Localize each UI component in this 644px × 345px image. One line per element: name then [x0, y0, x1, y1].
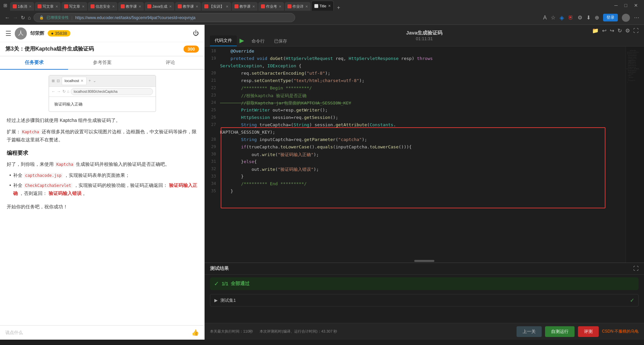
tab-close-icon[interactable]: ✕	[252, 5, 255, 8]
star-icon[interactable]: ☆	[551, 14, 555, 21]
test-results-expand[interactable]: ⛶	[633, 266, 639, 272]
status-info: 本关最大执行时间：110秒 本次评测耗时(编译、运行合计时间)：43.307 秒	[210, 329, 337, 334]
lesson-title: 第3关：使用Kaptcha组件生成验证码	[5, 46, 179, 53]
forward-button[interactable]: →	[13, 15, 18, 21]
tab-3[interactable]: 写文章 ✕	[61, 2, 87, 11]
new-tab-button[interactable]: +	[334, 5, 343, 11]
more-icon[interactable]: ⋯	[634, 14, 639, 21]
security-icon: 🔒	[39, 15, 44, 20]
tab-12-active[interactable]: Title ✕	[311, 1, 333, 11]
tab-5[interactable]: 教学课 ✕	[118, 2, 144, 11]
back-button[interactable]: ←	[5, 15, 10, 21]
translate-icon[interactable]: A	[543, 15, 547, 21]
line-number-29: 29	[205, 144, 220, 151]
pass-label: 全部通过	[231, 281, 250, 287]
url-field[interactable]: 🔒 已增强安全性 | https://www.educoder.net/task…	[34, 13, 295, 22]
tab-label: Java生成	[152, 4, 167, 9]
preview-refresh[interactable]: ↻	[62, 88, 66, 95]
code-line-27b: KAPTCHA_SESSION_KEY);	[205, 129, 626, 136]
prev-button[interactable]: 上一关	[517, 326, 542, 337]
tab-4[interactable]: 信息安全 ✕	[88, 2, 117, 11]
settings-icon[interactable]: ⚙	[578, 14, 582, 21]
tab-label: 写文章	[69, 4, 80, 9]
csdn-link[interactable]: CSDN·不服桃的乌龟	[602, 329, 639, 334]
preview-back[interactable]: ←	[52, 88, 56, 95]
menu-icon[interactable]: ☰	[5, 29, 11, 38]
tab-close-icon[interactable]: ✕	[29, 5, 32, 8]
code-line-32: 32 out.write("验证码输入错误");	[205, 166, 626, 173]
avatar-icon[interactable]	[622, 14, 630, 22]
editor-tab-play[interactable]: ▶	[237, 35, 247, 46]
fullscreen-icon[interactable]: ⛶	[633, 28, 639, 34]
maximize-icon[interactable]: □	[622, 2, 630, 9]
minimize-icon[interactable]: ─	[612, 2, 621, 9]
programming-intro: 好了，到你啦，来使用 Kaptcha 生成验证码并校验输入的验证码是否正确吧。	[7, 160, 198, 168]
preview-url-field[interactable]: localhost:8080/checkCaptcha	[71, 88, 153, 95]
file-icon[interactable]: 📁	[592, 27, 599, 34]
tab-6[interactable]: Java生成 ✕	[145, 2, 174, 11]
line-content-22: /********* Begin *********/	[220, 85, 626, 92]
left-content: ⊞ ⊡ localhost ✕ + ⌄ ← → ↻ ⌂ localhost:80…	[0, 70, 204, 325]
tab-close-icon[interactable]: ✕	[82, 5, 85, 8]
tab-close-icon[interactable]: ✕	[55, 5, 58, 8]
like-icon[interactable]: 👍	[192, 329, 199, 336]
tab-9[interactable]: 教学课 ✕	[232, 2, 258, 11]
tab-label: 信息安全	[96, 4, 110, 9]
tab-reference-answer[interactable]: 参考答案	[68, 56, 136, 69]
tab-close-icon[interactable]: ✕	[328, 4, 331, 8]
preview-tab: localhost ✕	[62, 77, 87, 85]
code-editor[interactable]: 18 @Override 19 protected void doGet(Htt…	[205, 47, 626, 263]
home-button[interactable]: ⌂	[28, 15, 31, 20]
line-content-18: @Override	[220, 48, 626, 55]
tab-close-icon[interactable]: ✕	[112, 5, 115, 8]
tab-label: 教学课	[126, 4, 137, 9]
expand-icon: ▶	[214, 298, 218, 303]
tab-close-icon[interactable]: ✕	[139, 5, 141, 8]
refresh-button[interactable]: ↻	[21, 15, 25, 21]
scroll-indicator[interactable]	[414, 260, 434, 262]
run-button[interactable]: 自测运行	[545, 326, 575, 337]
tab-close-icon[interactable]: ✕	[305, 5, 308, 8]
servlet-code: CheckCaptchaServlet	[24, 183, 72, 188]
tab-2[interactable]: 写文章 ✕	[35, 2, 61, 11]
refresh-icon[interactable]: ↻	[618, 27, 622, 34]
settings-icon[interactable]: ⚙	[625, 27, 630, 34]
power-icon[interactable]: ⏻	[193, 30, 199, 37]
preview-add-tab[interactable]: +	[89, 77, 91, 84]
edge-icon[interactable]: ◈	[559, 14, 564, 21]
tab-comments[interactable]: 评论	[136, 56, 204, 69]
preview-chevron[interactable]: ⌄	[93, 77, 96, 84]
login-button[interactable]: 登录	[603, 14, 618, 21]
code-line-26: 26 HttpSession session=req.getSession();	[205, 114, 626, 122]
preview-fwd[interactable]: →	[57, 88, 61, 95]
preview-tab-close[interactable]: ✕	[80, 78, 84, 84]
tab-10[interactable]: 作业考 ✕	[258, 2, 284, 11]
tab-1[interactable]: 1条消 ✕	[10, 2, 34, 11]
tab-close-icon[interactable]: ✕	[279, 5, 281, 8]
tab-task-requirements[interactable]: 任务要求	[0, 56, 68, 70]
download-icon[interactable]: ⬇	[586, 14, 591, 21]
coins-display: ● 35838	[48, 30, 70, 37]
line-number-28: 28	[205, 136, 220, 144]
bullet-dot-2: •	[9, 182, 11, 198]
shield-icon[interactable]: ⛨	[568, 15, 574, 21]
close-icon[interactable]: ✕	[631, 2, 641, 9]
line-content-24: //获取Kaptcha jar包里面的KAPTCHA_SESSION_KEY	[220, 99, 626, 107]
tab-close-icon[interactable]: ✕	[226, 5, 228, 8]
tab-8[interactable]: 【实训】 ✕	[202, 2, 231, 11]
test-case-row-1[interactable]: ▶ 测试集1 ✓	[210, 294, 639, 306]
undo-icon[interactable]: ↩	[602, 27, 606, 34]
editor-tab-code[interactable]: 代码文件	[210, 36, 237, 46]
preview-icon-1: ⊞	[52, 78, 55, 84]
redo-icon[interactable]: ↪	[610, 27, 614, 34]
tab-7[interactable]: 教学课 ✕	[175, 2, 201, 11]
tab-close-icon[interactable]: ✕	[196, 5, 198, 8]
tab-close-icon[interactable]: ✕	[169, 5, 172, 8]
tab-11[interactable]: 作业详 ✕	[285, 2, 311, 11]
editor-tab-command[interactable]: 命令行	[247, 36, 269, 46]
code-editor-area: 18 @Override 19 protected void doGet(Htt…	[205, 47, 644, 263]
eval-button[interactable]: 评测	[578, 326, 599, 337]
editor-tab-saved[interactable]: 已保存	[269, 36, 292, 46]
profile-icon[interactable]: ⊕	[595, 14, 599, 21]
preview-home[interactable]: ⌂	[67, 88, 69, 95]
